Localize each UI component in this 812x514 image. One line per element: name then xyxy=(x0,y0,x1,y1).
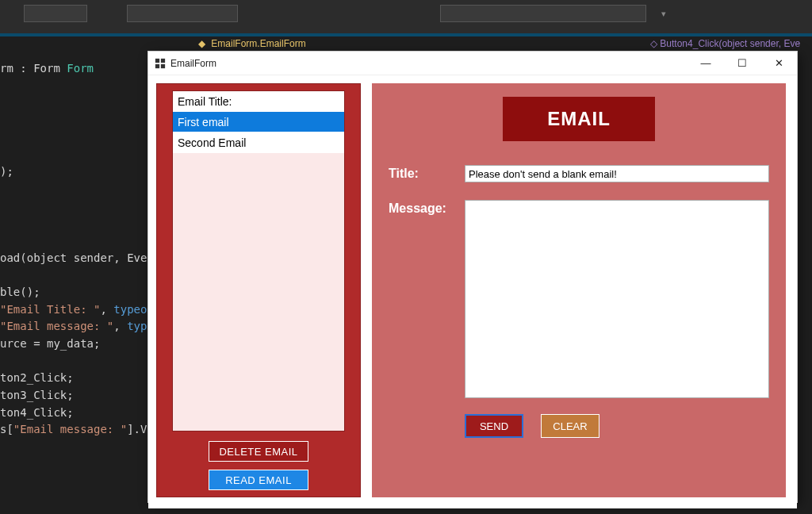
list-item[interactable]: First email xyxy=(173,112,344,132)
window-titlebar[interactable]: EmailForm — ☐ ✕ xyxy=(148,52,797,75)
window-title: EmailForm xyxy=(170,58,216,69)
emailform-window: EmailForm — ☐ ✕ Email Title: First email… xyxy=(147,51,798,503)
method-icon: ◇ xyxy=(650,38,657,49)
ribbon-combo-1[interactable] xyxy=(24,5,87,22)
tab-label: EmailForm.EmailForm xyxy=(211,38,305,49)
svg-rect-1 xyxy=(161,58,165,62)
title-label: Title: xyxy=(389,165,450,181)
app-icon xyxy=(155,58,166,69)
clear-button[interactable]: CLEAR xyxy=(541,414,599,438)
minimize-button[interactable]: — xyxy=(688,52,724,75)
send-button[interactable]: SEND xyxy=(465,414,523,438)
right-panel: EMAIL Title: Message: SEND CLEAR xyxy=(372,83,786,497)
list-item[interactable]: Email Title: xyxy=(173,91,344,112)
ide-ribbon: ▾ xyxy=(0,0,812,33)
left-panel: Email Title: First email Second Email DE… xyxy=(156,83,361,497)
read-email-button[interactable]: READ EMAIL xyxy=(209,470,308,490)
delete-email-button[interactable]: DELETE EMAIL xyxy=(209,441,308,462)
svg-rect-0 xyxy=(155,58,159,62)
svg-rect-2 xyxy=(155,63,159,67)
maximize-button[interactable]: ☐ xyxy=(724,52,760,75)
title-input[interactable] xyxy=(465,165,769,182)
message-textarea[interactable] xyxy=(465,200,769,398)
email-listbox[interactable]: Email Title: First email Second Email xyxy=(172,90,345,432)
svg-rect-3 xyxy=(161,63,165,67)
lock-icon: ◆ xyxy=(198,38,205,49)
tab-button4-click[interactable]: ◇ Button4_Click(object sender, Eve xyxy=(650,38,800,49)
email-banner: EMAIL xyxy=(503,97,655,141)
message-label: Message: xyxy=(389,200,450,216)
list-item[interactable]: Second Email xyxy=(173,132,344,153)
tab-label: Button4_Click(object sender, Eve xyxy=(660,38,800,49)
tab-emailform[interactable]: ◆ EmailForm.EmailForm xyxy=(198,38,306,49)
ribbon-combo-2[interactable] xyxy=(127,5,238,22)
ribbon-combo-3[interactable] xyxy=(440,5,646,22)
ribbon-dropdown-icon[interactable]: ▾ xyxy=(658,5,669,22)
close-button[interactable]: ✕ xyxy=(760,52,797,75)
